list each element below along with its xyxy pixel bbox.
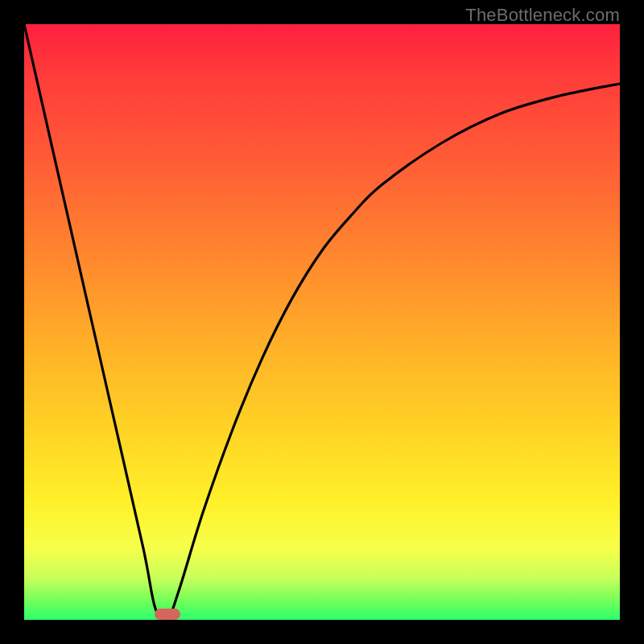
watermark-text: TheBottleneck.com [465,5,620,26]
bottleneck-curve [24,24,620,620]
optimum-marker [155,609,180,620]
chart-plot-area [24,24,620,620]
chart-frame: TheBottleneck.com [0,0,644,644]
